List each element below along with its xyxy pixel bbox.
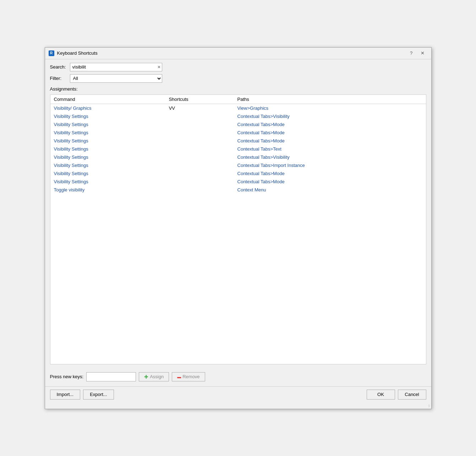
cell-command: Visibility Settings xyxy=(50,112,165,120)
dialog-body: Search: ✕ Filter: All Assignments: Comma… xyxy=(45,59,431,386)
ok-button[interactable]: OK xyxy=(367,390,395,400)
column-paths: Paths xyxy=(234,95,426,104)
assign-button-label: Assign xyxy=(150,374,164,379)
press-keys-row: Press new keys: ✚ Assign ▬ Remove xyxy=(50,370,426,383)
cell-path: Contextual Tabs>Mode xyxy=(234,178,426,186)
table-row[interactable]: Visibility SettingsContextual Tabs>Mode xyxy=(50,137,426,145)
export-button[interactable]: Export... xyxy=(83,390,114,400)
cell-path: Contextual Tabs>Mode xyxy=(234,129,426,137)
cell-shortcut xyxy=(165,145,234,153)
remove-button-label: Remove xyxy=(182,374,199,379)
filter-row: Filter: All xyxy=(50,74,426,83)
cell-shortcut xyxy=(165,169,234,178)
close-button[interactable]: ✕ xyxy=(418,50,428,57)
assignments-label: Assignments: xyxy=(50,86,426,92)
table-row[interactable]: Visibility SettingsContextual Tabs>Mode xyxy=(50,178,426,186)
search-input-wrapper: ✕ xyxy=(70,63,162,71)
assign-button[interactable]: ✚ Assign xyxy=(139,372,169,381)
dialog-footer: Import... Export... OK Cancel xyxy=(45,386,431,403)
cell-shortcut xyxy=(165,137,234,145)
cell-command: Visibility Settings xyxy=(50,161,165,169)
cell-command: Visibility Settings xyxy=(50,145,165,153)
cell-command: Visibility Settings xyxy=(50,169,165,178)
cell-path: Context Menu xyxy=(234,186,426,194)
cell-path: Contextual Tabs>Mode xyxy=(234,120,426,129)
cell-shortcut xyxy=(165,112,234,120)
cell-path: View>Graphics xyxy=(234,104,426,112)
cancel-button[interactable]: Cancel xyxy=(398,390,426,400)
help-button[interactable]: ? xyxy=(406,50,416,57)
filter-label: Filter: xyxy=(50,76,67,81)
cell-command: Visibility/ Graphics xyxy=(50,104,165,112)
title-bar: R Keyboard Shortcuts ? ✕ xyxy=(45,48,431,59)
press-keys-input[interactable] xyxy=(86,372,136,381)
table-row[interactable]: Visibility/ GraphicsVVView>Graphics xyxy=(50,104,426,112)
table-row[interactable]: Visibility SettingsContextual Tabs>Visib… xyxy=(50,153,426,161)
assignments-table: Command Shortcuts Paths Visibility/ Grap… xyxy=(50,95,426,194)
table-row[interactable]: Visibility SettingsContextual Tabs>Visib… xyxy=(50,112,426,120)
cell-shortcut xyxy=(165,186,234,194)
table-header-row: Command Shortcuts Paths xyxy=(50,95,426,104)
search-label: Search: xyxy=(50,64,67,70)
table-row[interactable]: Visibility SettingsContextual Tabs>Mode xyxy=(50,129,426,137)
cell-shortcut xyxy=(165,120,234,129)
cell-command: Toggle visibility xyxy=(50,186,165,194)
cell-path: Contextual Tabs>Visibility xyxy=(234,112,426,120)
cell-path: Contextual Tabs>Mode xyxy=(234,169,426,178)
cell-command: Visibility Settings xyxy=(50,129,165,137)
cell-command: Visibility Settings xyxy=(50,137,165,145)
cell-path: Contextual Tabs>Import Instance xyxy=(234,161,426,169)
table-row[interactable]: Visibility SettingsContextual Tabs>Mode xyxy=(50,120,426,129)
table-row[interactable]: Visibility SettingsContextual Tabs>Mode xyxy=(50,169,426,178)
cell-path: Contextual Tabs>Visibility xyxy=(234,153,426,161)
table-row[interactable]: Visibility SettingsContextual Tabs>Impor… xyxy=(50,161,426,169)
cell-shortcut xyxy=(165,153,234,161)
assignments-table-container: Command Shortcuts Paths Visibility/ Grap… xyxy=(50,94,426,364)
cell-shortcut: VV xyxy=(165,104,234,112)
column-shortcuts: Shortcuts xyxy=(165,95,234,104)
remove-button[interactable]: ▬ Remove xyxy=(172,372,205,381)
cell-path: Contextual Tabs>Text xyxy=(234,145,426,153)
remove-icon: ▬ xyxy=(177,375,181,379)
cell-command: Visibility Settings xyxy=(50,153,165,161)
dialog-title: Keyboard Shortcuts xyxy=(57,50,98,56)
cell-command: Visibility Settings xyxy=(50,120,165,129)
cell-shortcut xyxy=(165,129,234,137)
search-clear-button[interactable]: ✕ xyxy=(157,65,161,69)
filter-select[interactable]: All xyxy=(70,74,162,83)
footer-left: Import... Export... xyxy=(50,390,114,400)
cell-command: Visibility Settings xyxy=(50,178,165,186)
search-row: Search: ✕ xyxy=(50,63,426,71)
press-keys-label: Press new keys: xyxy=(50,374,84,379)
search-input[interactable] xyxy=(70,63,162,71)
title-bar-left: R Keyboard Shortcuts xyxy=(49,50,98,56)
table-row[interactable]: Visibility SettingsContextual Tabs>Text xyxy=(50,145,426,153)
column-command: Command xyxy=(50,95,165,104)
keyboard-shortcuts-dialog: R Keyboard Shortcuts ? ✕ Search: ✕ Filte… xyxy=(45,47,432,409)
app-icon: R xyxy=(49,50,54,56)
cell-shortcut xyxy=(165,178,234,186)
import-button[interactable]: Import... xyxy=(50,390,81,400)
table-row[interactable]: Toggle visibilityContext Menu xyxy=(50,186,426,194)
resize-handle: ⟟ xyxy=(45,403,431,409)
cell-path: Contextual Tabs>Mode xyxy=(234,137,426,145)
assign-icon: ✚ xyxy=(144,374,148,380)
footer-right: OK Cancel xyxy=(367,390,426,400)
cell-shortcut xyxy=(165,161,234,169)
title-bar-buttons: ? ✕ xyxy=(406,50,428,57)
